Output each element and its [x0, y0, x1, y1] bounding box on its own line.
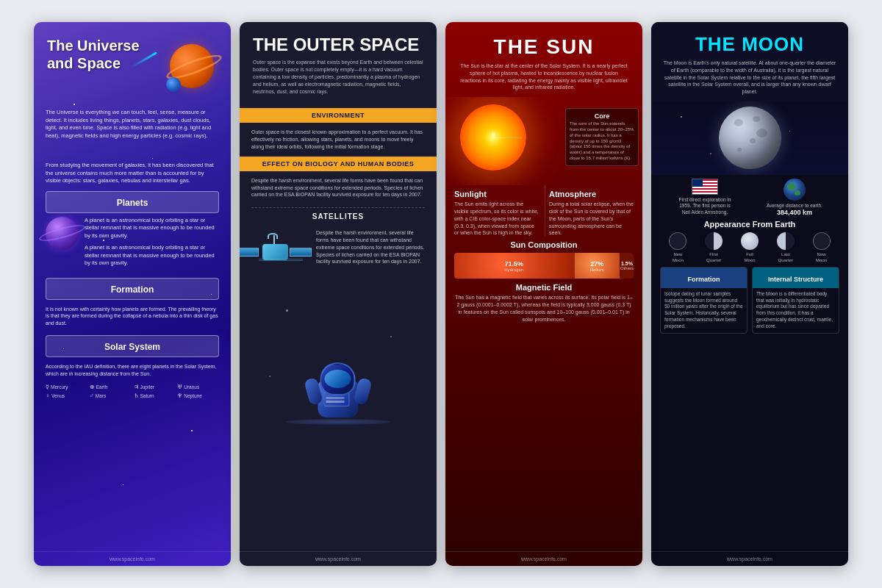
sun-composition: Sun Composition 71.5% Hydrogen 27% Heliu…: [454, 240, 634, 279]
panel1-footer: www.spaceinfo.com: [34, 551, 231, 566]
structure-text: The Moon is a differentiated body that w…: [756, 291, 835, 330]
flag-item-us: First direct exploration in 1959. The fi…: [675, 179, 734, 215]
panel1-para2: From studying the movement of galaxies, …: [46, 162, 219, 185]
formation-section-title: Formation: [46, 278, 219, 300]
planet-neptune: ♆ Neptune: [177, 392, 219, 399]
panel4-body: First direct exploration in 1959. The fi…: [651, 175, 848, 551]
panel3-footer: www.spaceinfo.com: [445, 551, 642, 566]
panel2-title: THE OUTER SPACE: [253, 35, 423, 54]
panel4-title: THE MOON: [662, 33, 837, 56]
panel-universe: The Universe and Space The Universe is e…: [34, 22, 231, 566]
phase-circle-last: [777, 232, 795, 250]
earth-globe: [784, 179, 806, 201]
formation-box-header: Formation: [661, 268, 747, 288]
moon-phases: Appearance From Earth NewMoon FirstQuart…: [660, 220, 839, 262]
formation-structure-grid: Formation Isotope dating of lunar sample…: [660, 267, 839, 334]
panel1-body: The Universe is everything we can touch,…: [34, 103, 231, 551]
panel4-header: THE MOON The Moon is Earth's only natura…: [651, 22, 848, 101]
moon-visual: [651, 101, 848, 175]
panel-moon: THE MOON The Moon is Earth's only natura…: [651, 22, 848, 566]
us-flag: [692, 179, 718, 195]
panel-sun: THE SUN The Sun is the star at the cente…: [445, 22, 642, 566]
satellite-visual: [251, 229, 310, 288]
comp-hydrogen: 71.5% Hydrogen: [454, 253, 574, 279]
structure-box-header: Internal Structure: [753, 268, 839, 288]
satellite-text: Despite the harsh environment, several l…: [316, 229, 425, 265]
phase-circle-new-2: [813, 232, 831, 250]
phase-first-quarter: FirstQuarter: [705, 232, 723, 262]
sun-visual: Core The core of the Sun extends from th…: [445, 97, 642, 185]
planet-venus: ♀ Venus: [46, 392, 87, 399]
planet-mars: ♂ Mars: [90, 392, 132, 399]
comp-helium: 27% Helium: [574, 253, 620, 279]
satellites-section: Despite the harsh environment, several l…: [251, 225, 425, 293]
panel4-intro: The Moon is Earth's only natural satelli…: [662, 60, 837, 96]
panel2-header: THE OUTER SPACE Outer space is the expan…: [240, 22, 437, 102]
panel3-body: Sunlight The Sun emits light across the …: [445, 185, 642, 551]
phase-circle-full: [741, 232, 759, 250]
solar-section-title: Solar System: [46, 335, 219, 357]
biology-text: Despite the harsh environment, several l…: [251, 171, 425, 204]
phase-last-quarter: LastQuarter: [777, 232, 795, 262]
planet-desc2: A planet is an astronomical body orbitin…: [85, 244, 219, 268]
structure-box: Internal Structure The Moon is a differe…: [752, 267, 839, 334]
moon-sphere: [719, 107, 781, 169]
planet-3d-visual: [46, 217, 79, 250]
solar-text: According to the IAU definition, there a…: [46, 361, 219, 380]
magnetic-section: Magnetic Field The Sun has a magnetic fi…: [454, 283, 634, 323]
biology-label: EFFECT ON BIOLOGY AND HUMAN BODIES: [240, 157, 437, 171]
phases-row: NewMoon FirstQuarter FullMoon: [660, 232, 839, 262]
planets-section: A planet is an astronomical body orbitin…: [46, 217, 219, 272]
phase-circle-first: [705, 232, 723, 250]
panel4-footer: www.spaceinfo.com: [651, 551, 848, 566]
phase-circle-new-1: [669, 232, 686, 250]
panel2-footer: www.spaceinfo.com: [240, 551, 437, 566]
astronaut-visual: [251, 296, 425, 429]
flags-row: First direct exploration in 1959. The fi…: [660, 179, 839, 216]
flag-item-earth: Average distance to earth. 384,400 km: [765, 179, 824, 216]
formation-text: Isotope dating of lunar samples suggests…: [664, 291, 743, 330]
phase-full-moon: FullMoon: [741, 232, 759, 262]
planet-jupiter: ♃ Jupiter: [134, 384, 176, 390]
panel-outer-space: THE OUTER SPACE Outer space is the expan…: [240, 22, 437, 566]
planets-grid: ☿ Mercury ⊕ Earth ♃ Jupiter ♅ Uranus ♀: [46, 384, 219, 399]
env-text: Outer space is the closest known approxi…: [251, 123, 425, 156]
connector-line: [493, 137, 523, 138]
phase-new-moon-1: NewMoon: [669, 232, 686, 262]
satellites-label: SATELLITES: [251, 212, 425, 220]
phase-new-moon-2: NewMoon: [813, 232, 831, 262]
env-label: ENVIRONMENT: [240, 108, 437, 123]
core-annotation: Core The core of the Sun extends from th…: [565, 108, 639, 166]
panels-container: The Universe and Space The Universe is e…: [19, 7, 863, 581]
panel2-intro: Outer space is the expanse that exists b…: [253, 59, 423, 95]
formation-text: It is not known with certainty how plane…: [46, 304, 219, 329]
planet-saturn: ♄ Saturn: [134, 392, 176, 399]
planet-uranus: ♅ Uranus: [177, 384, 219, 390]
panel2-body: Outer space is the closest known approxi…: [240, 123, 437, 551]
panel1-header: The Universe and Space: [34, 22, 231, 103]
formation-box: Formation Isotope dating of lunar sample…: [660, 267, 747, 334]
sunlight-section: Sunlight The Sun emits light across the …: [454, 185, 634, 237]
panel3-intro: The Sun is the star at the center of the…: [459, 62, 629, 91]
planet-earth: ⊕ Earth: [90, 384, 132, 390]
panel3-header: THE SUN The Sun is the star at the cente…: [445, 22, 642, 97]
planet-mercury: ☿ Mercury: [46, 384, 87, 390]
planet-desc1: A planet is an astronomical body orbitin…: [85, 217, 219, 240]
planets-section-title: Planets: [46, 191, 219, 213]
panel3-title: THE SUN: [459, 35, 629, 59]
panel1-title: The Universe and Space: [47, 37, 218, 72]
composition-bar: 71.5% Hydrogen 27% Helium 1.5% Others: [454, 253, 634, 279]
comp-others: 1.5% Others: [620, 253, 634, 279]
panel1-intro: The Universe is everything we can touch,…: [46, 109, 219, 140]
